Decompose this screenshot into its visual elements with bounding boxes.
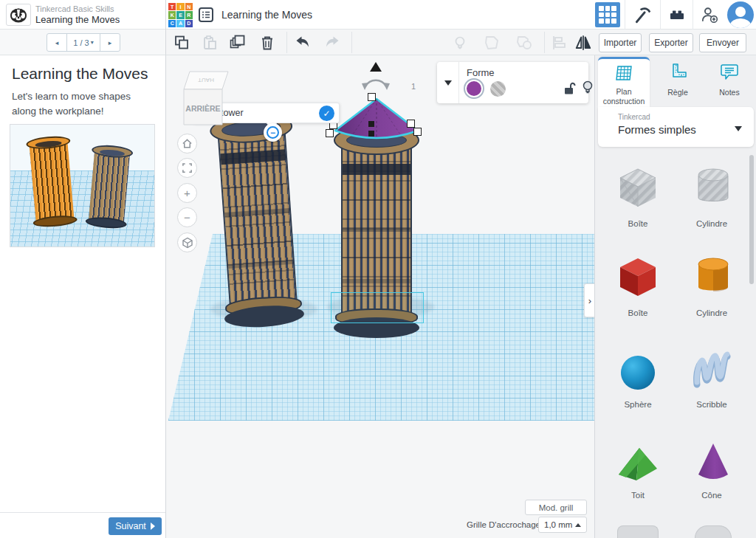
workplane-minus-handle[interactable]: − <box>264 123 282 142</box>
scale-handle-right[interactable] <box>407 120 415 128</box>
lesson-logo[interactable] <box>6 4 31 26</box>
notes-icon <box>720 63 739 82</box>
right-triangle-icon: ▸ <box>109 39 112 46</box>
height-handle[interactable] <box>368 121 374 127</box>
shape-cone[interactable] <box>690 439 737 486</box>
minecraft-export-button[interactable] <box>625 0 660 30</box>
tab-workplane-tool[interactable]: Plan construction <box>598 57 650 107</box>
shape-box-striped[interactable] <box>614 164 662 211</box>
fit-view-icon <box>182 162 193 173</box>
scale-handle-front-right[interactable] <box>413 128 422 136</box>
group-button[interactable] <box>482 33 501 52</box>
paste-icon <box>202 35 218 51</box>
panel-collapse-handle[interactable]: › <box>584 283 594 317</box>
duplicate-button[interactable] <box>228 33 247 52</box>
mirror-button[interactable] <box>574 33 593 52</box>
pager-step-dropdown[interactable]: 1 / 3 ▾ <box>66 34 100 51</box>
shape-cylinder-orange[interactable] <box>690 253 737 300</box>
add-person-icon <box>700 5 719 24</box>
gallery-scrollbar[interactable] <box>749 155 754 284</box>
document-title: Learning the Moves <box>221 9 312 21</box>
badger-icon <box>9 6 28 24</box>
zoom-out-button[interactable]: − <box>177 207 197 227</box>
shape-sphere[interactable] <box>614 349 662 396</box>
duplicate-icon <box>229 34 247 52</box>
view-cube[interactable]: HAUT ARRIÈRE <box>179 69 231 126</box>
scale-handle-top[interactable] <box>368 93 376 101</box>
3d-viewport[interactable]: 1 tower ✓ − HAUT ARRIÈRE <box>166 55 594 538</box>
invite-button[interactable] <box>693 0 725 30</box>
fit-view-button[interactable] <box>177 158 197 178</box>
shape-cylinder-striped[interactable] <box>690 164 737 211</box>
ungroup-button[interactable] <box>515 33 534 52</box>
rotate-handle[interactable] <box>359 75 393 92</box>
home-view-button[interactable] <box>177 134 197 154</box>
shape-library-dropdown[interactable]: Tinkercad Formes simples <box>598 107 754 147</box>
transparent-swatch[interactable] <box>490 81 506 97</box>
tinkercad-app: Tinkercad Basic Skills Learning the Move… <box>0 0 756 538</box>
step-illustration <box>10 124 155 247</box>
tab-notes-tool[interactable]: Notes <box>706 57 753 107</box>
paste-button[interactable] <box>200 33 219 52</box>
perspective-cube-icon <box>182 237 193 249</box>
raise-arrow-handle[interactable] <box>370 62 382 72</box>
tinkercad-logo[interactable]: TIN KER CAD <box>168 3 193 27</box>
lightbulb-icon <box>452 35 468 51</box>
copy-icon <box>173 35 190 51</box>
caret-down-icon: ▾ <box>91 39 94 46</box>
lightbulb-icon[interactable] <box>582 80 594 96</box>
header-actions <box>591 0 756 30</box>
perspective-toggle-button[interactable] <box>177 232 197 252</box>
thumb-tower-tan <box>85 144 134 230</box>
brick-export-button[interactable] <box>660 0 693 30</box>
export-button[interactable]: Exporter <box>649 33 693 52</box>
shape-partial[interactable] <box>617 525 659 538</box>
pager-prev-button[interactable]: ◂ <box>47 34 66 51</box>
import-button[interactable]: Importer <box>599 33 642 52</box>
undo-icon <box>294 34 312 52</box>
redo-button[interactable] <box>323 33 342 52</box>
mirror-icon <box>574 33 593 52</box>
shape-partial[interactable] <box>695 525 732 538</box>
zoom-in-button[interactable]: + <box>177 183 197 203</box>
left-triangle-icon: ◂ <box>55 39 59 46</box>
ungroup-icon <box>515 34 533 52</box>
edit-grid-button[interactable]: Mod. grill <box>525 500 587 515</box>
shape-label: Boîte <box>601 308 675 317</box>
snap-grid-dropdown[interactable]: 1,0 mm <box>538 517 587 533</box>
shapes-panel: Plan construction Règle Notes Tinkercad … <box>594 55 756 538</box>
check-icon[interactable]: ✓ <box>319 106 334 121</box>
shape-label: Toit <box>601 491 675 500</box>
lesson-collection-name: Tinkercad Basic Skills <box>35 4 114 13</box>
show-all-button[interactable] <box>450 33 470 52</box>
list-icon <box>198 7 214 23</box>
lesson-title: Learning the Moves <box>35 14 120 25</box>
inspector-collapse-button[interactable] <box>437 62 459 103</box>
align-icon <box>549 34 567 52</box>
pager-next-button[interactable]: ▸ <box>100 34 120 51</box>
caret-down-icon <box>735 126 742 131</box>
align-button[interactable] <box>549 33 568 52</box>
viewcube-front-label: ARRIÈRE <box>185 104 220 113</box>
trash-icon <box>259 35 275 51</box>
account-button[interactable] <box>725 0 756 30</box>
tab-ruler-tool[interactable]: Règle <box>654 57 701 107</box>
shape-scribble[interactable] <box>690 349 737 396</box>
scale-handle-front-left[interactable] <box>326 129 334 137</box>
tower-left[interactable] <box>209 111 306 331</box>
shape-label: Cylindre <box>675 219 749 228</box>
mid-handle[interactable] <box>368 131 374 137</box>
lock-open-icon[interactable] <box>563 81 576 96</box>
shape-label: Cône <box>675 491 749 500</box>
copy-button[interactable] <box>172 33 191 52</box>
next-step-button[interactable]: Suivant <box>109 517 162 535</box>
send-button[interactable]: Envoyer <box>699 33 746 52</box>
delete-button[interactable] <box>258 33 277 52</box>
undo-button[interactable] <box>293 33 312 52</box>
shape-roof[interactable] <box>614 439 662 486</box>
pickaxe-icon <box>633 5 653 24</box>
design-menu-button[interactable] <box>198 7 214 26</box>
shape-box-red[interactable] <box>614 253 662 300</box>
color-swatch-selected[interactable] <box>465 80 483 97</box>
blocks-view-button[interactable] <box>591 0 625 30</box>
